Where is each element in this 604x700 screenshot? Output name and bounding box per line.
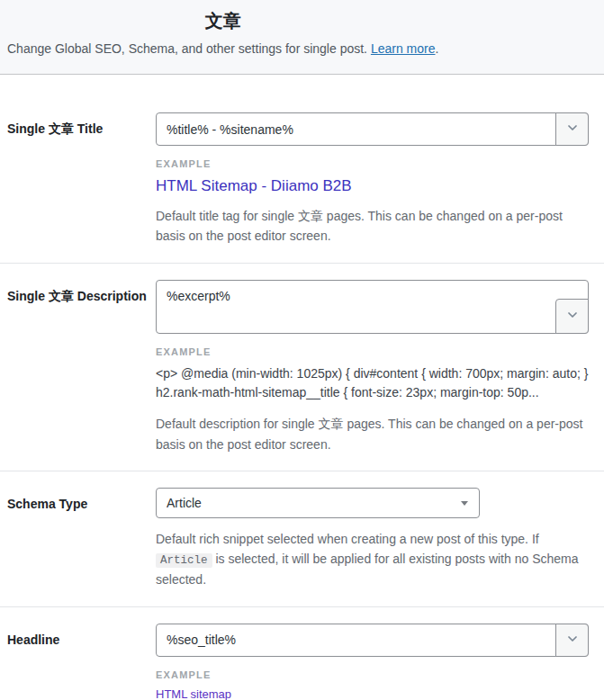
page-description-suffix: . bbox=[436, 41, 439, 56]
single-title-variable-button[interactable] bbox=[555, 112, 589, 146]
row-headline: Headline EXAMPLE HTML sitemap bbox=[0, 607, 604, 700]
schema-type-code-chip: Article bbox=[156, 553, 212, 568]
headline-field: EXAMPLE HTML sitemap bbox=[156, 624, 589, 700]
page-description: Change Global SEO, Schema, and other set… bbox=[7, 41, 438, 56]
chevron-down-icon bbox=[565, 308, 580, 325]
single-title-description: Default title tag for single 文章 pages. T… bbox=[156, 206, 589, 247]
page-description-text: Change Global SEO, Schema, and other set… bbox=[7, 41, 371, 56]
schema-type-field: Article Default rich snippet selected wh… bbox=[156, 488, 589, 590]
schema-type-label: Schema Type bbox=[7, 488, 156, 590]
headline-example-value[interactable]: HTML sitemap bbox=[156, 687, 589, 700]
schema-type-description-before: Default rich snippet selected when creat… bbox=[156, 532, 539, 546]
schema-type-description-after: is selected, it will be applied for all … bbox=[156, 552, 579, 587]
headline-label: Headline bbox=[7, 624, 156, 700]
single-title-example-value[interactable]: HTML Sitemap - Diiamo B2B bbox=[156, 177, 589, 195]
single-title-input-group bbox=[156, 112, 589, 146]
single-title-example-label: EXAMPLE bbox=[156, 158, 589, 169]
page-header-inner: 文章 Change Global SEO, Schema, and other … bbox=[7, 9, 438, 56]
row-schema-type: Schema Type Article Default rich snippet… bbox=[0, 471, 604, 607]
headline-input-group bbox=[156, 624, 589, 657]
single-title-field: EXAMPLE HTML Sitemap - Diiamo B2B Defaul… bbox=[156, 112, 589, 247]
single-description-label: Single 文章 Description bbox=[7, 280, 156, 454]
single-description-example-value: <p> @media (min-width: 1025px) { div#con… bbox=[156, 364, 589, 403]
row-single-title: Single 文章 Title EXAMPLE HTML Sitemap - D… bbox=[0, 96, 604, 264]
learn-more-link[interactable]: Learn more bbox=[371, 41, 436, 56]
row-single-description: Single 文章 Description %excerpt% EXAMPLE … bbox=[0, 264, 604, 471]
single-description-input-group: %excerpt% bbox=[156, 280, 589, 334]
chevron-down-icon bbox=[565, 121, 580, 138]
single-title-input[interactable] bbox=[156, 112, 589, 146]
headline-variable-button[interactable] bbox=[555, 624, 589, 657]
single-description-variable-button[interactable] bbox=[555, 299, 589, 334]
page-header: 文章 Change Global SEO, Schema, and other … bbox=[0, 0, 604, 75]
single-description-field: %excerpt% EXAMPLE <p> @media (min-width:… bbox=[156, 280, 589, 454]
schema-type-select[interactable]: Article bbox=[156, 488, 480, 518]
single-title-label: Single 文章 Title bbox=[7, 112, 156, 247]
settings-form: Single 文章 Title EXAMPLE HTML Sitemap - D… bbox=[0, 75, 604, 700]
headline-example-label: EXAMPLE bbox=[156, 669, 589, 680]
chevron-down-icon bbox=[565, 632, 580, 649]
single-description-example-label: EXAMPLE bbox=[156, 346, 589, 357]
schema-type-select-group: Article bbox=[156, 488, 480, 518]
page-title: 文章 bbox=[7, 9, 438, 33]
headline-input[interactable] bbox=[156, 624, 589, 657]
single-description-description: Default description for single 文章 pages.… bbox=[156, 414, 589, 454]
single-description-textarea[interactable]: %excerpt% bbox=[156, 280, 589, 334]
schema-type-description: Default rich snippet selected when creat… bbox=[156, 529, 589, 590]
